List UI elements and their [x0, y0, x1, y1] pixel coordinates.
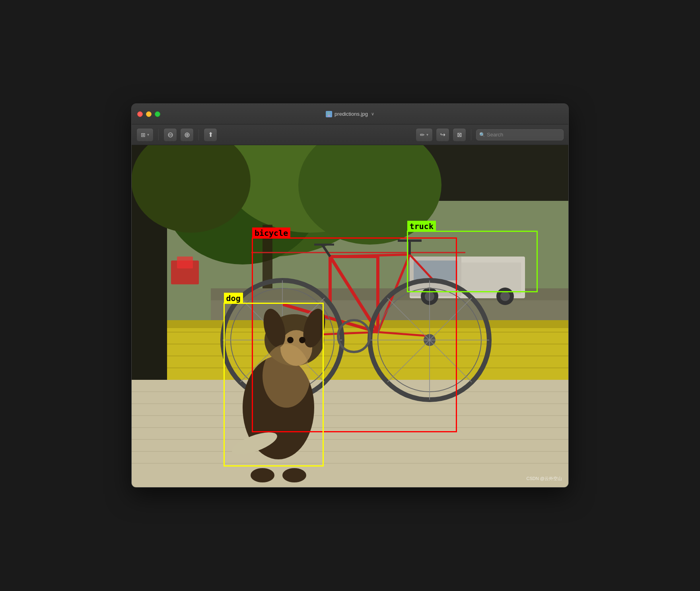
watermark: CSDN @云外空山 [527, 476, 562, 482]
close-button[interactable] [137, 111, 143, 117]
zoom-in-button[interactable]: ⊕ [180, 128, 194, 142]
maximize-button[interactable] [155, 111, 160, 117]
zoom-out-button[interactable]: ⊖ [163, 128, 177, 142]
app-window: predictions.jpg ∨ ⊞ ▾ ⊖ ⊕ ⬆ ✏ ▾ ↩ ⊠ [131, 103, 569, 488]
share-icon: ⬆ [208, 131, 213, 138]
traffic-lights [137, 111, 160, 117]
share-button[interactable]: ⬆ [204, 128, 217, 142]
search-input[interactable] [476, 129, 564, 140]
sidebar-toggle-button[interactable]: ⊞ ▾ [136, 128, 154, 142]
title-dropdown[interactable]: ∨ [371, 111, 374, 117]
bicycle-label: bicycle [252, 227, 290, 239]
dog-label: dog [224, 293, 243, 304]
dog-detection-box: dog [224, 303, 324, 467]
truck-detection-box: truck [407, 231, 538, 292]
sidebar-toggle-dropdown: ▾ [147, 132, 149, 137]
markup-icon: ✏ [420, 132, 425, 138]
svg-point-22 [500, 292, 510, 301]
rotate-icon: ↩ [440, 131, 445, 138]
minimize-button[interactable] [146, 111, 152, 117]
file-icon [326, 111, 332, 117]
divider-3 [471, 129, 471, 140]
sidebar-toggle-icon: ⊞ [141, 132, 146, 138]
markup-button[interactable]: ✏ ▾ [416, 128, 433, 142]
toolbar: ⊞ ▾ ⊖ ⊕ ⬆ ✏ ▾ ↩ ⊠ 🔍 [132, 124, 568, 145]
image-container: bicycle dog truck CSDN @云外空山 [132, 145, 568, 487]
svg-rect-1 [328, 115, 330, 117]
window-title-area: predictions.jpg ∨ [326, 111, 374, 117]
zoom-out-icon: ⊖ [167, 130, 173, 139]
markup-dropdown-icon: ▾ [426, 132, 428, 137]
svg-point-82 [251, 468, 274, 482]
window-title: predictions.jpg [334, 111, 368, 117]
divider-2 [198, 129, 199, 140]
toolbox-icon: ⊠ [457, 131, 462, 138]
scene: bicycle dog truck CSDN @云外空山 [132, 145, 568, 487]
truck-label: truck [407, 221, 436, 232]
zoom-in-icon: ⊕ [184, 130, 190, 139]
svg-rect-88 [177, 257, 193, 268]
search-container: 🔍 [476, 129, 564, 140]
divider-1 [158, 129, 159, 140]
rotate-button[interactable]: ↩ [436, 128, 449, 142]
titlebar: predictions.jpg ∨ [132, 104, 568, 124]
svg-point-83 [282, 468, 306, 482]
toolbox-button[interactable]: ⊠ [453, 128, 466, 142]
